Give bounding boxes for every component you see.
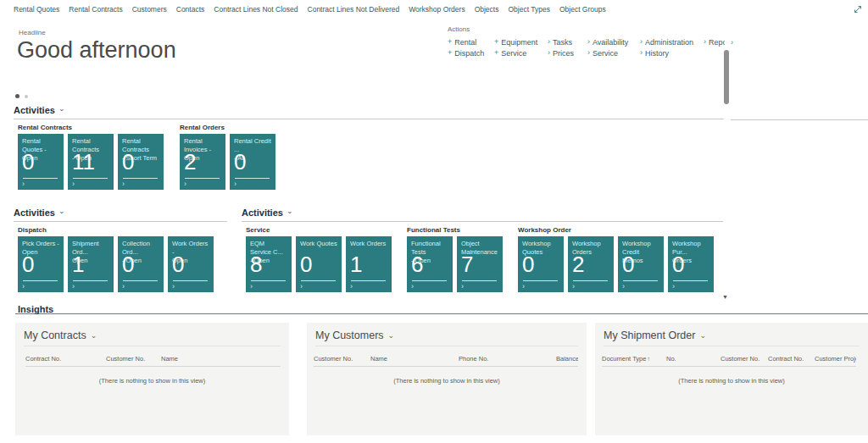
cue-group-rental-contracts: Rental Contracts Rental Quotes - Open 0 …: [18, 124, 164, 190]
column-header[interactable]: Customer Project: [815, 355, 856, 363]
column-header[interactable]: Customer No.: [721, 355, 768, 363]
nav-contacts[interactable]: Contacts: [176, 5, 205, 14]
section-header[interactable]: Activities ⌄: [14, 105, 724, 119]
divider: [185, 178, 220, 179]
scroll-down-icon[interactable]: ▼: [722, 294, 728, 300]
nav-rental-quotes[interactable]: Rental Quotes: [14, 5, 59, 14]
chevron-down-icon: ⌄: [287, 208, 293, 216]
card-header[interactable]: My Customers ⌄: [307, 323, 587, 346]
chevron-down-icon: ⌄: [388, 331, 395, 340]
cue-tile-pick-orders-open[interactable]: Pick Orders - Open 0 ›: [18, 236, 64, 292]
cue-tile-workshop-orders[interactable]: Workshop Orders 2 ›: [568, 236, 614, 292]
nav-object-groups[interactable]: Object Groups: [559, 5, 606, 14]
cue-group-rental-orders: Rental Orders Rental Invoices - Open 2 ›…: [180, 124, 275, 190]
expand-icon[interactable]: [852, 3, 864, 15]
column-header[interactable]: Customer No.: [106, 355, 161, 363]
card-header[interactable]: My Contracts ⌄: [15, 323, 289, 346]
action-service-2[interactable]: ›Service: [587, 49, 640, 58]
cue-value: 7: [461, 252, 473, 277]
page-dot[interactable]: [25, 95, 28, 98]
chevron-right-icon: ›: [350, 283, 353, 291]
cue-tile-work-orders[interactable]: Work Orders 1 ›: [346, 236, 392, 292]
action-rental[interactable]: +Rental: [448, 38, 494, 47]
divider: [604, 346, 860, 346]
empty-view-message: (There is nothing to show in this view): [15, 377, 289, 385]
chevron-right-icon: ›: [184, 180, 186, 188]
table-header-row: Customer No. Name Phone No. Balance (LCY…: [314, 355, 578, 367]
column-header[interactable]: Name: [161, 355, 281, 363]
nav-customers[interactable]: Customers: [132, 5, 167, 14]
cue-value: 0: [22, 150, 34, 174]
cue-value: 0: [172, 252, 184, 277]
cue-tile-functional-tests-open[interactable]: Functional Tests - Open 6 ›: [407, 236, 453, 292]
action-history[interactable]: ›History: [640, 49, 704, 58]
action-prices[interactable]: ›Prices: [548, 49, 587, 58]
divider: [301, 280, 336, 281]
action-label: Repo: [709, 38, 725, 47]
action-administration[interactable]: ›Administration: [640, 38, 704, 47]
nav-objects[interactable]: Objects: [475, 5, 499, 14]
my-customers-card: My Customers ⌄ Customer No. Name Phone N…: [307, 323, 587, 435]
cue-tile-object-maintenance[interactable]: Object Maintenance 7 ›: [457, 236, 503, 292]
column-header[interactable]: Balance (LCY): [556, 355, 578, 363]
cue-tile-workshop-purchase-orders[interactable]: Workshop Pur... Orders 0 ›: [668, 236, 714, 292]
cue-tile-workshop-quotes[interactable]: Workshop Quotes 0 ›: [518, 236, 564, 292]
vertical-scrollbar-thumb[interactable]: [724, 50, 729, 104]
cue-tiles: Rental Quotes - Open 0 › Rental Contract…: [18, 134, 164, 190]
chevron-right-icon: ›: [122, 283, 125, 291]
nav-contract-lines-not-closed[interactable]: Contract Lines Not Closed: [214, 5, 298, 14]
headline-label: Headline: [19, 29, 46, 36]
action-availability[interactable]: ›Availability: [587, 38, 640, 47]
action-label: Service: [593, 49, 618, 58]
divider: [731, 119, 868, 120]
column-header[interactable]: Customer No.: [314, 355, 370, 363]
page-dot-active[interactable]: [15, 94, 19, 98]
chevron-right-icon: ›: [587, 49, 590, 57]
action-service[interactable]: +Service: [494, 49, 548, 58]
column-header[interactable]: Contract No.: [25, 355, 106, 363]
divider: [523, 280, 558, 281]
chevron-right-icon: ›: [548, 49, 550, 57]
cue-value: 2: [184, 150, 196, 174]
cue-tile-work-orders-open[interactable]: Work Orders - Open 0 ›: [168, 236, 214, 292]
nav-rental-contracts[interactable]: Rental Contracts: [69, 5, 122, 14]
chevron-right-icon: ›: [72, 180, 75, 188]
divider: [251, 280, 286, 281]
divider: [315, 346, 578, 346]
actions-overflow-chevron-icon[interactable]: ›: [731, 38, 733, 47]
column-header-sorted[interactable]: Document Type↑: [602, 355, 666, 363]
cue-groups: Service EQM Service C... - Open 8 › Work…: [242, 226, 723, 292]
cue-tile-workshop-credit-memos[interactable]: Workshop Credit Memos 0 ›: [618, 236, 664, 292]
cue-value: 0: [122, 150, 134, 174]
action-tasks[interactable]: ›Tasks: [548, 38, 587, 47]
chevron-right-icon: ›: [522, 283, 525, 291]
cue-tile-eqm-service-open[interactable]: EQM Service C... - Open 8 ›: [246, 236, 292, 292]
cue-tile-work-quotes[interactable]: Work Quotes 0 ›: [296, 236, 342, 292]
chevron-down-icon: ⌄: [58, 208, 65, 216]
section-header[interactable]: Activities ⌄: [14, 208, 227, 222]
cue-tile-collection-orders-open[interactable]: Collection Ord... - Open 0 ›: [118, 236, 164, 292]
cue-group-dispatch: Dispatch Pick Orders - Open 0 › Shipment…: [18, 226, 214, 292]
activities-section-service: Activities ⌄ Service EQM Service C... - …: [242, 208, 723, 292]
cue-tile-rental-credit-all[interactable]: Rental Credit ... - All 0 ›: [230, 134, 275, 190]
column-header[interactable]: Contract No.: [768, 355, 815, 363]
column-header[interactable]: No.: [666, 355, 721, 363]
action-dispatch[interactable]: +Dispatch: [448, 49, 494, 58]
column-header[interactable]: Name: [370, 355, 459, 363]
cue-tile-rental-contracts-short-term[interactable]: Rental Contracts - Short Term 0 ›: [118, 134, 164, 190]
action-reports[interactable]: ›Repo: [704, 38, 725, 47]
action-equipment[interactable]: +Equipment: [494, 38, 548, 47]
action-label: Administration: [645, 38, 693, 47]
card-header[interactable]: My Shipment Order ⌄: [595, 323, 868, 346]
section-header[interactable]: Activities ⌄: [242, 208, 723, 222]
nav-object-types[interactable]: Object Types: [508, 5, 549, 14]
cue-tile-rental-contracts-open[interactable]: Rental Contracts - Open 11 ›: [68, 134, 114, 190]
actions-row-1: +Rental +Equipment ›Tasks ›Availability …: [448, 36, 725, 47]
nav-workshop-orders[interactable]: Workshop Orders: [409, 5, 465, 14]
cue-tile-shipment-orders-open[interactable]: Shipment Ord... Open 1 ›: [68, 236, 114, 292]
cue-tile-rental-quotes-open[interactable]: Rental Quotes - Open 0 ›: [18, 134, 64, 190]
column-header[interactable]: Phone No.: [459, 355, 556, 363]
cue-group-functional-tests: Functional Tests Functional Tests - Open…: [407, 226, 503, 292]
cue-tile-rental-invoices-open[interactable]: Rental Invoices - Open 2 ›: [180, 134, 225, 190]
nav-contract-lines-not-delivered[interactable]: Contract Lines Not Delivered: [308, 5, 400, 14]
